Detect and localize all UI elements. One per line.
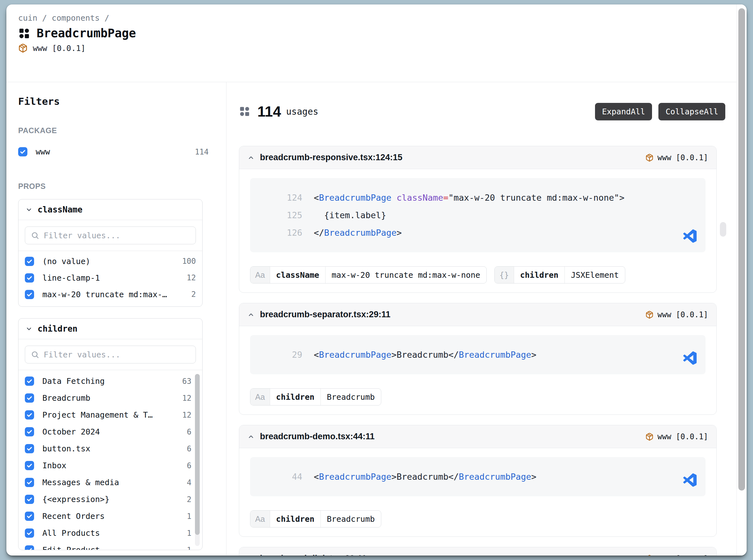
search-icon: [31, 351, 39, 359]
children-value-10-checkbox[interactable]: [25, 545, 34, 550]
value-count: 6: [187, 427, 191, 436]
prop-value: Breadcrumb: [321, 511, 381, 527]
check-icon: [26, 378, 33, 384]
list-item: All Products 1: [25, 525, 191, 541]
children-value-0-checkbox[interactable]: [25, 377, 34, 386]
package-www-checkbox[interactable]: [18, 147, 27, 156]
classname-value-2-checkbox[interactable]: [25, 290, 34, 299]
children-value-5-checkbox[interactable]: [25, 461, 34, 470]
prop-badge: Aa children Breadcrumb: [250, 510, 381, 527]
list-item: {<expression>} 2: [25, 491, 191, 508]
usages-count: 114: [257, 103, 281, 120]
check-icon: [26, 258, 33, 265]
usage-card: breadcrumb-link.tsx:29:11 www [0.0.1]: [239, 547, 717, 556]
window-scroll-thumb[interactable]: [738, 8, 745, 491]
classname-value-0-checkbox[interactable]: [25, 257, 34, 266]
children-value-9-checkbox[interactable]: [25, 528, 34, 538]
value-count: 1: [187, 512, 191, 521]
children-list-scrollbar[interactable]: [195, 374, 200, 546]
usage-location: breadcrumb-responsive.tsx:124:15: [260, 153, 402, 162]
children-value-6-checkbox[interactable]: [25, 478, 34, 487]
filters-sidebar: Filters PACKAGE www 114 PROPS className: [6, 82, 226, 555]
page-header: cuin / components / BreadcrumbPage www […: [6, 4, 747, 82]
component-icon: [18, 27, 30, 40]
children-value-3-checkbox[interactable]: [25, 427, 34, 436]
classname-filter-input[interactable]: [44, 231, 190, 240]
package-icon: [18, 43, 28, 53]
package-filter-label: www: [36, 147, 50, 156]
props-section-heading: PROPS: [18, 182, 209, 191]
prop-panel-children-name: children: [38, 324, 77, 334]
usage-package-label: www [0.0.1]: [657, 310, 708, 319]
usages-scroll-thumb[interactable]: [720, 222, 726, 237]
prop-panel-children-header[interactable]: children: [19, 319, 202, 339]
open-in-vscode-button[interactable]: [683, 473, 697, 487]
prop-badge: Aa children Breadcrumb: [250, 388, 381, 405]
value-count: 6: [187, 461, 191, 470]
prop-value: max-w-20 truncate md:max-w-none: [326, 267, 486, 283]
usage-card-header[interactable]: breadcrumb-demo.tsx:44:11 www [0.0.1]: [239, 425, 716, 448]
collapse-all-button[interactable]: CollapseAll: [658, 103, 725, 120]
line-number: 44: [250, 472, 302, 482]
prop-badge-row: Aa children Breadcrumb: [250, 510, 706, 527]
prop-panel-children: children Data Fetching 63: [18, 318, 203, 550]
children-value-2-checkbox[interactable]: [25, 410, 34, 420]
value-count: 100: [182, 257, 196, 266]
children-list-scroll-thumb[interactable]: [195, 374, 200, 535]
prop-badge-row: Aa children Breadcrumb: [250, 388, 706, 405]
value-label: Project Management & T…: [42, 410, 152, 420]
list-item: max-w-20 truncate md:max-… 2: [25, 286, 196, 303]
desktop-background: { "header": { "breadcrumb": "cuin / comp…: [0, 0, 753, 560]
children-value-4-checkbox[interactable]: [25, 444, 34, 453]
value-label: Breadcrumb: [42, 394, 90, 403]
classname-value-1-checkbox[interactable]: [25, 273, 34, 283]
package-icon: [645, 433, 654, 441]
prop-panel-classname-name: className: [38, 205, 82, 214]
component-icon: [239, 106, 250, 117]
expand-all-button[interactable]: ExpandAll: [595, 103, 652, 120]
usage-card-header[interactable]: breadcrumb-link.tsx:29:11 www [0.0.1]: [239, 547, 716, 556]
usage-location: breadcrumb-link.tsx:29:11: [260, 554, 367, 556]
breadcrumb[interactable]: cuin / components /: [18, 13, 747, 23]
prop-name: children: [514, 267, 565, 283]
value-label: October 2024: [42, 427, 100, 436]
usage-location: breadcrumb-separator.tsx:29:11: [260, 309, 390, 320]
list-item: line-clamp-1 12: [25, 269, 196, 286]
list-item: Project Management & T… 12: [25, 406, 191, 423]
value-label: Data Fetching: [42, 377, 105, 386]
code-snippet: 124 <BreadcrumbPage className="max-w-20 …: [250, 178, 706, 252]
check-icon: [26, 445, 33, 452]
children-value-1-checkbox[interactable]: [25, 394, 34, 403]
usage-card-header[interactable]: breadcrumb-separator.tsx:29:11 www [0.0.…: [239, 303, 716, 326]
prop-panel-classname: className (no value) 100: [18, 199, 203, 307]
prop-panel-classname-header[interactable]: className: [19, 199, 202, 220]
open-in-vscode-button[interactable]: [683, 229, 697, 243]
code-snippet: 44 <BreadcrumbPage>Breadcrumb</Breadcrum…: [250, 457, 706, 496]
usage-card-header[interactable]: breadcrumb-responsive.tsx:124:15 www [0.…: [239, 146, 716, 169]
list-item: Messages & media 4: [25, 474, 191, 491]
children-value-8-checkbox[interactable]: [25, 512, 34, 521]
prop-name: children: [270, 511, 321, 527]
package-filter-count: 114: [195, 147, 209, 156]
prop-badge-row: Aa className max-w-20 truncate md:max-w-…: [250, 266, 706, 283]
filters-title: Filters: [18, 96, 209, 107]
expression-type-icon: {}: [495, 267, 514, 283]
list-item: Data Fetching 63: [25, 373, 191, 389]
value-label: button.tsx: [42, 444, 90, 453]
check-icon: [19, 148, 26, 155]
code-line: 125 {item.label}: [250, 206, 706, 224]
value-label: Recent Orders: [42, 512, 105, 521]
children-filter-searchbox: [25, 346, 196, 363]
check-icon: [26, 275, 33, 281]
list-item: Edit Product 1: [25, 541, 191, 550]
children-value-7-checkbox[interactable]: [25, 495, 34, 504]
children-filter-input[interactable]: [44, 350, 190, 359]
open-in-vscode-button[interactable]: [683, 351, 697, 365]
chevron-down-icon: [25, 206, 33, 213]
code-line: 124 <BreadcrumbPage className="max-w-20 …: [250, 189, 706, 206]
value-count: 12: [187, 273, 196, 282]
window-scrollbar[interactable]: [736, 4, 747, 556]
package-section-heading: PACKAGE: [18, 126, 209, 135]
line-number: 29: [250, 350, 302, 360]
usage-location: breadcrumb-demo.tsx:44:11: [260, 432, 374, 441]
